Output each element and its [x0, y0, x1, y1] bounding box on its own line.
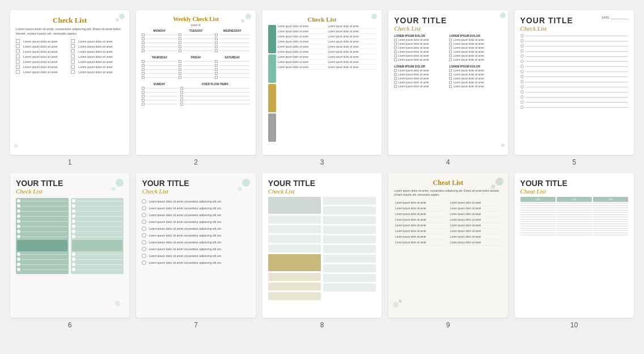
card3-title: Check List: [268, 16, 376, 23]
card8-number: 8: [262, 321, 382, 329]
card6-title-block: YOUR TITLE Check List: [16, 179, 124, 195]
card6-col2: [71, 198, 124, 274]
card1-col-right: Lorem ipsum dolor sit amet Lorem ipsum d…: [71, 39, 124, 75]
card1-number: 1: [10, 158, 129, 166]
card8-col1: [268, 197, 321, 300]
card8-your-title: YOUR TITLE: [268, 179, 376, 188]
card7-items: Lorem ipsum dolor sit amet consectetur a…: [142, 197, 249, 265]
card-8: YOUR TITLE Check List: [262, 173, 382, 329]
card7-number: 7: [136, 321, 255, 329]
card10-number: 10: [515, 321, 634, 329]
card3-col-right: Lorem ipsum dolor sit amet Lorem ipsum d…: [328, 25, 376, 142]
card6-number: 6: [10, 321, 129, 329]
card4-your-title: Your Title: [394, 16, 502, 25]
card-4: Your Title Check List LOREM IPSUM DOLOR …: [388, 10, 507, 166]
card1-title: Check List: [16, 16, 124, 25]
card9-items: Lorem ipsum dolor sit ametLorem ipsum do…: [394, 200, 502, 246]
card7-checklist-title: Check List: [142, 188, 249, 195]
card4-section2: LOREM IPSUM DOLOR Lorem ipsum dolor sit …: [449, 34, 502, 61]
card-6: YOUR TITLE Check List: [10, 173, 129, 329]
card2-week: week of:: [142, 23, 249, 27]
card4-section4: LOREM IPSUM DOLOR Lorem ipsum dolor sit …: [449, 65, 502, 88]
card4-checklist-title: Check List: [394, 25, 502, 32]
card5-number: 5: [515, 158, 634, 166]
card6-columns: [16, 198, 124, 274]
card6-checklist-title: Check List: [16, 188, 124, 195]
card3-col-left: Lorem ipsum dolor sit amet Lorem ipsum d…: [278, 25, 326, 142]
card2-title: Weekly Check List: [142, 16, 249, 22]
card4-section1: LOREM IPSUM DOLOR Lorem ipsum dolor sit …: [394, 34, 447, 61]
card-2: Weekly Check List week of: MONDAY TUESDA…: [136, 10, 255, 166]
card9-title: Cheat List: [394, 179, 502, 187]
card-7: YOUR TITLE Check List Lorem ipsum dolor …: [136, 173, 255, 329]
card3-body: Lorem ipsum dolor sit amet Lorem ipsum d…: [268, 25, 376, 142]
card5-items: [520, 34, 628, 109]
card6-your-title: YOUR TITLE: [16, 179, 124, 188]
card2-sunday-overflow: SUNDAY OVER FLOW ITEMS: [142, 82, 249, 107]
card4-section3: LOREM IPSUM DOLOR Lorem ipsum dolor sit …: [394, 65, 447, 88]
card-5: Your Title Check List DATE: ___________: [515, 10, 634, 166]
template-grid: Check List Lorem ipsum dolor sit amet, c…: [6, 6, 638, 334]
card10-col1: List: [520, 197, 556, 237]
card9-number: 9: [388, 321, 507, 329]
card8-col2: [323, 197, 376, 300]
card5-date: DATE: ___________: [602, 16, 628, 19]
card-1: Check List Lorem ipsum dolor sit amet, c…: [10, 10, 129, 166]
card10-col2: List: [557, 197, 592, 237]
card6-col1: [16, 198, 69, 274]
card7-your-title: YOUR TITLE: [142, 179, 249, 188]
card3-swatches: [268, 25, 276, 142]
card-3: Check List Lorem ipsum dolor sit amet Lo…: [262, 10, 382, 166]
card3-columns: Lorem ipsum dolor sit amet Lorem ipsum d…: [278, 25, 376, 142]
card3-number: 3: [262, 158, 382, 166]
card5-checklist-title: Check List: [520, 25, 573, 32]
card10-col3: List: [593, 197, 628, 237]
card10-body: List List List: [520, 197, 628, 237]
card5-your-title: Your Title: [520, 16, 573, 25]
card1-col-left: Lorem ipsum dolor sit amet Lorem ipsum d…: [16, 39, 69, 75]
card8-body: [268, 197, 376, 300]
card2-number: 2: [136, 158, 255, 166]
card-10: YOUR TITLE Cheat List List List List 10: [515, 173, 634, 329]
card2-weekdays2: THURSDAY FRIDAY SATURDAY: [142, 56, 249, 80]
card8-checklist-title: Check List: [268, 188, 376, 195]
card9-subtitle: Lorem ipsum dolor sit amet, consectetur …: [394, 189, 502, 197]
card10-your-title: YOUR TITLE: [520, 179, 628, 188]
card2-weekdays: MONDAY TUESDAY WEDNESDAY: [142, 29, 249, 53]
card1-subtitle: Lorem ipsum dolor sit amet, consectetur …: [16, 27, 124, 36]
card4-body: LOREM IPSUM DOLOR Lorem ipsum dolor sit …: [394, 34, 502, 91]
card-9: Cheat List Lorem ipsum dolor sit amet, c…: [388, 173, 507, 329]
card10-checklist-title: Cheat List: [520, 188, 628, 195]
card4-number: 4: [388, 158, 507, 166]
